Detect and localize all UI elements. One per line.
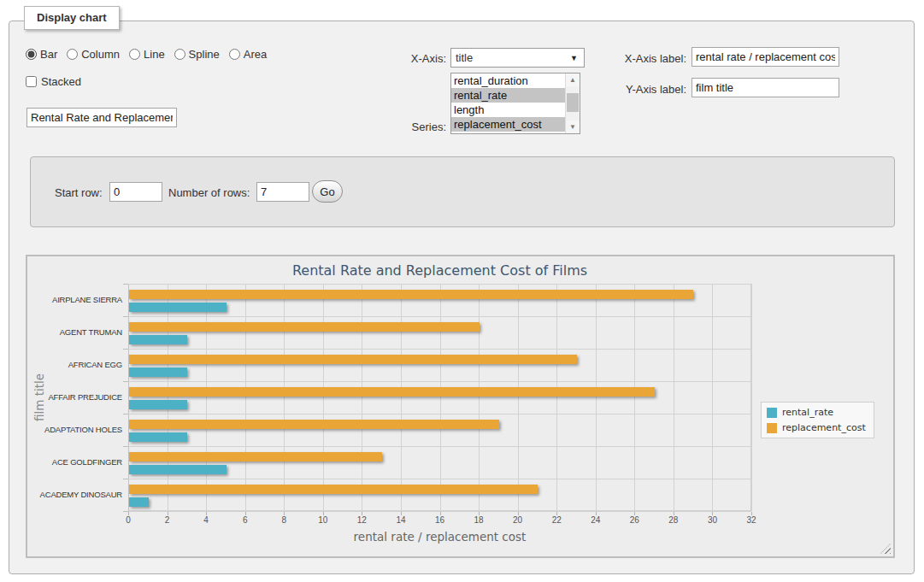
x-axis-select[interactable]: title ▼ xyxy=(450,48,585,68)
y-axis-tick-mark xyxy=(123,349,128,350)
bar-replacement_cost xyxy=(129,485,538,494)
bar-replacement_cost xyxy=(129,322,480,332)
grid-line-vertical xyxy=(712,284,713,511)
y-axis-label-caption: Y-Axis label: xyxy=(611,83,686,96)
grid-line-horizontal xyxy=(128,446,751,447)
stacked-checkbox-row[interactable]: Stacked xyxy=(26,75,81,88)
display-chart-page: Display chart BarColumnLineSplineArea St… xyxy=(0,0,924,582)
chart-type-option-spline[interactable]: Spline xyxy=(174,48,220,61)
x-axis-tick-label: 14 xyxy=(384,515,418,525)
legend-item-rental_rate[interactable]: rental_rate xyxy=(767,407,866,418)
go-button[interactable]: Go xyxy=(312,180,343,203)
y-axis-tick-mark xyxy=(123,284,128,285)
number-of-rows-input[interactable] xyxy=(256,182,309,202)
scroll-up-arrow-icon[interactable]: ▲ xyxy=(566,73,580,86)
grid-line-vertical xyxy=(284,284,285,511)
x-axis-tick-label: 20 xyxy=(501,515,535,525)
chart-type-radio-area[interactable] xyxy=(229,49,240,60)
chart-type-radio-bar[interactable] xyxy=(26,49,37,60)
number-of-rows-label: Number of rows: xyxy=(168,186,250,199)
grid-line-vertical xyxy=(128,284,129,511)
grid-line-horizontal xyxy=(128,381,751,382)
bar-replacement_cost xyxy=(129,452,382,461)
bar-rental_rate xyxy=(129,367,187,377)
chart-title-input[interactable] xyxy=(26,108,177,127)
grid-line-horizontal xyxy=(128,511,751,512)
scrollbar-track[interactable] xyxy=(566,86,580,121)
x-axis-tick-label: 22 xyxy=(539,515,574,525)
x-axis-tick-label: 4 xyxy=(189,515,223,525)
series-option-rental_rate[interactable]: rental_rate xyxy=(451,88,565,103)
category-label: AGENT TRUMAN xyxy=(27,327,122,337)
x-axis-tick-label: 0 xyxy=(111,515,145,525)
x-axis-label-input[interactable] xyxy=(692,47,839,67)
y-axis-tick-mark xyxy=(123,446,128,447)
legend-swatch-icon xyxy=(767,408,777,418)
x-axis-tick-label: 30 xyxy=(695,515,729,525)
x-axis-label-caption: X-Axis label: xyxy=(611,52,686,65)
legend-item-replacement_cost[interactable]: replacement_cost xyxy=(767,422,866,433)
chart-type-option-column[interactable]: Column xyxy=(67,48,120,61)
x-axis-tick-label: 24 xyxy=(579,515,613,525)
y-axis-tick-mark xyxy=(123,479,128,479)
y-axis-tick-mark xyxy=(123,414,128,414)
legend-label: replacement_cost xyxy=(782,422,866,433)
x-axis-tick-label: 28 xyxy=(656,515,691,525)
series-listbox[interactable]: rental_durationrental_ratelengthreplacem… xyxy=(450,73,580,134)
chart-type-radio-group: BarColumnLineSplineArea xyxy=(26,48,267,61)
grid-line-vertical xyxy=(362,284,362,511)
chart-type-radio-label: Area xyxy=(244,48,267,61)
chart-type-radio-line[interactable] xyxy=(129,49,140,60)
chart-type-option-area[interactable]: Area xyxy=(229,48,267,61)
category-label: ACE GOLDFINGER xyxy=(27,457,122,467)
start-row-label: Start row: xyxy=(55,186,103,199)
chart-type-option-bar[interactable]: Bar xyxy=(26,48,57,61)
grid-line-vertical xyxy=(401,284,402,511)
grid-line-vertical xyxy=(596,284,597,511)
y-axis-tick-mark xyxy=(123,316,128,317)
start-row-input[interactable] xyxy=(109,182,162,202)
listbox-scrollbar[interactable]: ▲ ▼ xyxy=(565,73,580,133)
series-option-length[interactable]: length xyxy=(451,103,565,117)
legend-label: rental_rate xyxy=(782,407,833,418)
chart-type-option-line[interactable]: Line xyxy=(129,48,165,61)
grid-line-vertical xyxy=(674,284,674,511)
grid-line-horizontal xyxy=(128,316,751,317)
x-axis-tick-label: 6 xyxy=(228,515,262,525)
grid-line-horizontal xyxy=(128,349,751,350)
category-label: ADAPTATION HOLES xyxy=(27,425,122,434)
grid-line-vertical xyxy=(751,284,752,511)
x-axis-selected-value: title xyxy=(456,51,473,64)
bar-rental_rate xyxy=(129,400,187,409)
fieldset-legend-title: Display chart xyxy=(24,6,120,30)
grid-line-vertical xyxy=(206,284,207,511)
x-axis-tick-label: 12 xyxy=(344,515,379,525)
y-axis-tick-mark xyxy=(123,381,128,382)
bar-replacement_cost xyxy=(129,355,577,364)
grid-line-horizontal xyxy=(128,284,751,285)
resize-handle-icon[interactable] xyxy=(880,544,891,554)
grid-line-vertical xyxy=(518,284,519,511)
series-option-rental_duration[interactable]: rental_duration xyxy=(451,73,565,88)
scrollbar-thumb[interactable] xyxy=(567,93,579,112)
grid-line-vertical xyxy=(323,284,324,511)
chart-type-radio-column[interactable] xyxy=(67,49,78,60)
bar-replacement_cost xyxy=(129,387,655,397)
y-axis-tick-mark xyxy=(123,511,128,512)
y-axis-label-input[interactable] xyxy=(692,78,839,97)
grid-line-vertical xyxy=(634,284,635,511)
bar-rental_rate xyxy=(129,303,227,312)
x-axis-title: rental rate / replacement cost xyxy=(128,530,751,544)
grid-line-horizontal xyxy=(128,479,751,479)
x-axis-tick-label: 8 xyxy=(267,515,301,525)
x-axis-tick-label: 18 xyxy=(462,515,496,525)
bar-replacement_cost xyxy=(129,420,499,429)
stacked-label: Stacked xyxy=(41,75,81,88)
bar-rental_rate xyxy=(129,497,149,507)
category-label: AIRPLANE SIERRA xyxy=(27,295,122,304)
scroll-down-arrow-icon[interactable]: ▼ xyxy=(566,121,580,133)
chart-type-radio-spline[interactable] xyxy=(174,49,185,60)
x-axis-tick-label: 26 xyxy=(617,515,651,525)
stacked-checkbox[interactable] xyxy=(26,76,37,87)
series-option-replacement_cost[interactable]: replacement_cost xyxy=(451,117,565,132)
